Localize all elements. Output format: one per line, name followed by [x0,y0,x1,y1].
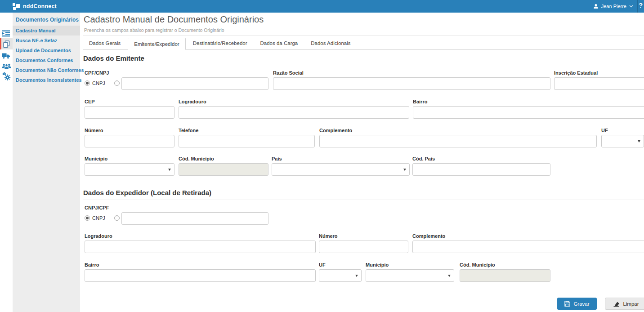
sidebar-item-cadastro-manual[interactable]: Cadastro Manual [13,26,80,36]
expedidor-uf-field: UF [319,262,362,282]
emitente-municipio-label: Município [85,156,174,161]
expedidor-numero-input[interactable] [319,241,408,253]
emitente-doc-type-label: CPF/CNPJ [85,70,109,76]
expedidor-doc-type-field: CNPJ/CPF [85,205,109,212]
emitente-inscricao-estadual-label: Inscrição Estadual [554,70,644,76]
tab-dados-da-carga[interactable]: Dados da Carga [255,37,304,49]
expedidor-cod-municipio-label: Cód. Município [460,262,550,267]
tab-dados-gerais[interactable]: Dados Gerais [83,37,126,49]
emitente-bairro-input[interactable] [413,106,644,119]
expedidor-complemento-input[interactable] [412,241,644,253]
expedidor-cnpj-cpf-wrap [121,212,268,225]
sidebar-item-upload-de-documentos[interactable]: Upload de Documentos [13,45,80,55]
tab-destinatario-recebedor[interactable]: Destinatário/Recebedor [187,37,253,49]
emitente-complemento-field: Complemento [319,128,597,147]
emitente-pais-select[interactable] [272,163,410,176]
emitente-razao-social-label: Razão Social [273,70,550,76]
sidebar-item-documentos-conformes[interactable]: Documentos Conformes [13,55,80,65]
expedidor-municipio-label: Município [366,262,454,267]
eraser-icon [613,301,620,307]
dropdown-arrow-icon [168,169,171,171]
dropdown-arrow-icon [355,275,358,277]
form-tabs: Dados Gerais Emitente/Expedidor Destinat… [83,37,644,50]
documents-copy-icon[interactable] [0,39,13,49]
expedidor-bairro-input[interactable] [85,269,316,282]
save-button[interactable]: Gravar [557,298,597,310]
emitente-uf-field: UF [601,128,644,147]
emitente-logradouro-label: Logradouro [179,99,409,104]
emitente-razao-social-field: Razão Social [273,70,550,90]
truck-icon[interactable] [0,50,13,61]
top-bar: nddConnect Jean Pierre ? [0,0,644,13]
ndd-squares-icon [13,3,20,10]
emitente-cod-municipio-label: Cód. Município [179,156,268,161]
expedidor-cnpj-cpf-input[interactable] [121,212,268,225]
emitente-cod-pais-label: Cód. País [412,156,550,161]
sidebar-item-documentos-inconsistentes[interactable]: Documentos Inconsistentes [13,75,80,85]
emitente-cnpj-radio[interactable] [85,80,90,86]
expedidor-cnpj-radio[interactable] [85,215,90,221]
sidebar-item-busca-nfe-sefaz[interactable]: Busca NF-e Sefaz [13,36,80,45]
expedidor-complemento-field: Complemento [412,233,644,253]
expedidor-logradouro-input[interactable] [85,241,316,253]
save-button-label: Gravar [573,301,589,307]
sidebar-section-documentos-originarios[interactable]: Documentos Originários [13,13,80,26]
page-title: Cadastro Manual de Documentos Originário… [84,14,264,25]
sidebar-menu: Documentos Originários Cadastro Manual B… [13,13,80,312]
emitente-municipio-field: Município [85,156,174,176]
emitente-cpf-radio[interactable] [114,80,120,86]
emitente-complemento-input[interactable] [319,135,597,147]
header-divider [83,35,644,36]
tab-dados-adicionais[interactable]: Dados Adicionais [305,37,356,49]
expedidor-section-title: Dados do Expedidor (Local de Retirada) [83,189,211,196]
emitente-cnpj-radio-label: CNPJ [92,80,105,86]
emitente-pais-label: País [272,156,410,161]
sidebar-item-documentos-nao-conformes[interactable]: Documentos Não Conformes [13,65,80,75]
emitente-uf-label: UF [601,128,644,133]
emitente-cod-pais-field: Cód. País [412,156,550,176]
tab-emitente-expedidor[interactable]: Emitente/Expedidor [128,38,185,50]
chevron-down-icon [629,5,633,8]
emitente-cep-label: CEP [85,99,174,104]
expedidor-municipio-select[interactable] [366,269,454,282]
help-button[interactable]: ? [639,1,643,9]
expedidor-numero-label: Número [319,233,408,239]
dropdown-arrow-icon [448,275,451,277]
expedidor-cod-municipio-input [460,269,550,282]
expedidor-uf-label: UF [319,262,362,267]
expedidor-bairro-field: Bairro [85,262,316,282]
user-menu[interactable]: Jean Pierre [593,0,633,13]
expedidor-cnpj-radio-label: CNPJ [92,215,105,221]
emitente-razao-social-input[interactable] [273,77,550,90]
emitente-cep-field: CEP [85,99,174,119]
emitente-telefone-input[interactable] [179,135,315,147]
emitente-telefone-label: Telefone [179,128,315,133]
emitente-cpf-cnpj-input[interactable] [121,77,268,90]
expedidor-cpf-radio[interactable] [114,215,120,221]
emitente-numero-input[interactable] [85,135,174,147]
expedidor-numero-field: Número [319,233,408,253]
user-name: Jean Pierre [601,4,626,9]
expedidor-logradouro-label: Logradouro [85,233,316,239]
emitente-cod-municipio-input [179,163,268,176]
topbar-divider [637,0,638,13]
expedidor-complemento-label: Complemento [412,233,644,239]
emitente-pais-field: País [272,156,410,176]
clear-button[interactable]: Limpar [605,298,644,310]
emitente-cod-pais-input[interactable] [412,163,550,176]
emitente-numero-field: Número [85,128,174,147]
page-subtitle: Preencha os campos abaixo para registrar… [84,27,224,33]
emitente-complemento-label: Complemento [319,128,597,133]
emitente-logradouro-input[interactable] [179,106,409,119]
expedidor-cod-municipio-field: Cód. Município [460,262,550,282]
expedidor-uf-select[interactable] [319,269,362,282]
menu-list-icon[interactable] [0,28,13,39]
emitente-municipio-select[interactable] [85,163,174,176]
expedidor-municipio-field: Município [366,262,454,282]
dropdown-arrow-icon [403,169,406,171]
settings-gears-icon[interactable] [0,71,13,82]
users-icon[interactable] [0,61,13,71]
emitente-inscricao-estadual-input[interactable] [554,77,644,90]
emitente-uf-select[interactable] [601,135,644,147]
emitente-cep-input[interactable] [85,106,174,119]
